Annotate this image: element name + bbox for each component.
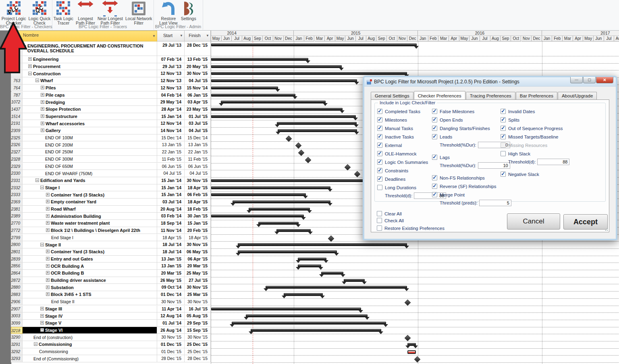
row-id-cell[interactable]: 2326 (11, 141, 23, 149)
summary-task-bar[interactable] (251, 329, 381, 332)
timescale-month[interactable]: Oct (387, 36, 397, 41)
task-start-cell[interactable]: 29 Jul '13 (157, 41, 185, 56)
row-id-cell[interactable]: 2333 (11, 191, 23, 199)
task-start-cell[interactable]: 03 Feb '14 (157, 213, 185, 220)
checkbox-check-all[interactable]: Check All (377, 218, 445, 223)
tab-checker-preferences[interactable]: Checker Preferences (414, 91, 465, 99)
row-id-cell[interactable]: 2880 (11, 284, 23, 291)
checkbox-dangling-starts-finishes[interactable]: Dangling Starts/Finishes (432, 126, 511, 131)
row-id-cell[interactable]: 2389 (11, 213, 23, 220)
table-row[interactable]: 2856+OCR Building A13 Jan '1520 Mar '15 (11, 263, 211, 270)
task-name-cell[interactable]: +OCR Building B (23, 270, 157, 277)
summary-task-bar[interactable] (276, 229, 311, 232)
ribbon-button-near-longest-path-filter[interactable]: Near LongestPath Filter (96, 0, 124, 25)
timescale-month[interactable]: Aug (614, 36, 619, 41)
checkbox-merge-point[interactable]: Merge Point (432, 192, 511, 197)
task-finish-cell[interactable]: 06 Feb '15 (185, 191, 211, 199)
task-finish-cell[interactable]: 30 Nov '15 (185, 298, 211, 306)
row-id-cell[interactable]: 2327 (11, 149, 23, 156)
accept-button[interactable]: Accept (563, 214, 608, 230)
task-start-cell[interactable]: 12 Nov '14 (157, 120, 185, 127)
summary-task-bar[interactable] (211, 65, 342, 68)
checked-checkbox-icon[interactable] (432, 175, 437, 180)
task-start-cell[interactable]: 11 Nov '14 (157, 227, 185, 234)
milestone-diamond[interactable] (295, 143, 302, 149)
task-finish-cell[interactable]: 30 Nov '15 (185, 284, 211, 291)
task-finish-cell[interactable]: 20 Mar '15 (185, 263, 211, 270)
timescale-month[interactable]: Mar (563, 36, 573, 41)
task-start-cell[interactable]: 26 May '15 (157, 277, 185, 284)
timescale-month[interactable]: Feb (428, 36, 439, 41)
checked-checkbox-icon[interactable] (377, 134, 382, 139)
timescale-month[interactable]: Apr (573, 36, 584, 41)
column-header-nombre[interactable]: Nombre ▼ (11, 31, 157, 41)
task-start-cell[interactable]: 18 Jul '14 (157, 248, 185, 256)
task-name-cell[interactable]: End Stage II (23, 298, 157, 306)
tab-bar-preferences[interactable]: Bar Preferences (516, 92, 557, 99)
unchecked-checkbox-icon[interactable] (501, 143, 506, 148)
task-start-cell[interactable]: 15 Dec '14 (157, 134, 185, 142)
timescale-month[interactable]: May (335, 36, 346, 41)
task-name-cell[interactable]: +Wharf accessories (23, 120, 157, 127)
expand-icon[interactable]: + (46, 228, 50, 232)
task-start-cell[interactable]: 12 Nov '13 (157, 77, 185, 85)
tab-tracing-preferences[interactable]: Tracing Preferences (466, 92, 515, 99)
task-name-cell[interactable]: −Wharf (23, 77, 157, 85)
checked-checkbox-icon[interactable] (432, 109, 437, 114)
timescale-month[interactable]: Nov (397, 36, 408, 41)
timescale-month[interactable]: Jul (356, 36, 366, 41)
task-name-cell[interactable]: END OF WHARF (750M) (23, 170, 157, 177)
task-start-cell[interactable]: 30 Nov '15 (157, 298, 185, 306)
task-finish-cell[interactable]: 25 Dec '15 (185, 348, 211, 356)
task-name-cell[interactable]: +Waste water treatment plant (23, 220, 157, 227)
table-row[interactable]: 2770+Waste water treatment plant18 Sep '… (11, 220, 211, 227)
timescale-month[interactable]: Sep (501, 36, 511, 41)
table-row[interactable]: 2330END OF WHARF (750M)04 Jul '1504 Jul … (11, 170, 211, 177)
task-name-cell[interactable]: +Stage VI (23, 327, 157, 334)
table-row[interactable]: −Construction12 Nov '1330 Nov '15 (11, 70, 211, 77)
milestone-diamond[interactable] (298, 150, 305, 156)
task-start-cell[interactable]: 30 Nov '15 (157, 334, 185, 341)
task-finish-cell[interactable]: 29 Sep '15 (185, 320, 211, 327)
checked-checkbox-icon[interactable] (501, 172, 506, 177)
milestone-diamond[interactable] (345, 164, 351, 170)
expand-icon[interactable]: + (41, 93, 44, 97)
task-name-cell[interactable]: +Engineering (23, 56, 157, 63)
row-id-cell[interactable]: 3292 (11, 348, 23, 356)
task-name-cell[interactable]: End of (Commissioning) (23, 355, 157, 362)
table-row[interactable]: 3218+Stage VI26 Aug '1415 Sep '15 (11, 327, 211, 334)
ribbon-button-longest-path-filter[interactable]: LongestPath Filter (75, 0, 96, 25)
task-finish-cell[interactable]: 04 Jul '15 (185, 127, 211, 134)
expand-icon[interactable]: + (41, 107, 44, 111)
checked-checkbox-icon[interactable] (432, 192, 437, 197)
task-name-cell[interactable]: +Stage V (23, 320, 157, 327)
checkbox-false-milestones[interactable]: False Milestones (432, 109, 511, 114)
task-finish-cell[interactable]: 30 Nov '15 (185, 177, 211, 184)
row-id-cell[interactable]: 763 (11, 77, 23, 85)
task-name-cell[interactable]: +Dredging (23, 99, 157, 106)
timescale-month[interactable]: Jun (594, 36, 604, 41)
table-row[interactable]: 2333+Container Yard (3 Stacks)15 Jan '14… (11, 191, 211, 199)
row-id-cell[interactable]: 2770 (11, 220, 23, 227)
task-name-cell[interactable]: −Stage II (23, 241, 157, 248)
row-id-cell[interactable]: 2331 (11, 177, 23, 184)
timescale-month[interactable]: Jul (232, 36, 242, 41)
table-row[interactable]: 787+Pile caps04 Feb '1406 Jan '15 (11, 92, 211, 99)
task-finish-cell[interactable]: 01 Jul '15 (185, 113, 211, 120)
task-name-cell[interactable]: +Empty container Yard (23, 199, 157, 206)
task-start-cell[interactable]: 15 Jan '14 (157, 184, 185, 192)
row-id-cell[interactable]: 2332 (11, 184, 23, 192)
row-id-cell[interactable]: 2801 (11, 248, 23, 256)
row-id-cell[interactable]: 2883 (11, 291, 23, 298)
table-row[interactable]: 2381+Road Wharf20 Aug '1418 Feb '15 (11, 206, 211, 213)
table-row[interactable]: 2331−Edification and Yards15 Jan '1430 N… (11, 177, 211, 184)
table-row[interactable]: 2389+Administration Building03 Feb '1430… (11, 213, 211, 220)
threshold-input[interactable]: 88 (537, 159, 569, 165)
expand-icon[interactable]: + (40, 314, 44, 318)
row-id-cell[interactable]: 2839 (11, 256, 23, 263)
task-start-cell[interactable]: 01 Dec '14 (157, 291, 185, 298)
timescale-month[interactable]: Aug (366, 36, 377, 41)
summary-task-bar[interactable] (278, 129, 357, 132)
summary-task-bar[interactable] (298, 265, 321, 267)
task-start-cell[interactable]: 15 Jan '14 (157, 177, 185, 184)
